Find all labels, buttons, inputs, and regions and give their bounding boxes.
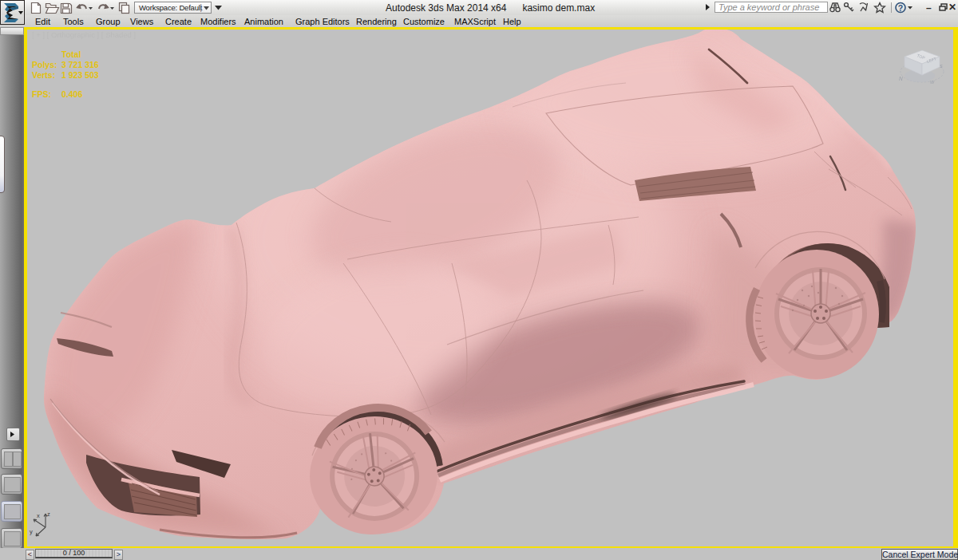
svg-text:FPS:: FPS: (32, 89, 51, 99)
svg-text:?: ? (898, 3, 903, 13)
svg-text:[ + ] [ Orthographic ] [ Shade: [ + ] [ Orthographic ] [ Shaded ] (32, 30, 136, 39)
svg-text:1 923 503: 1 923 503 (61, 70, 99, 80)
svg-text:3 721 316: 3 721 316 (61, 60, 99, 69)
svg-text:W: W (930, 80, 935, 85)
svg-text:0.406: 0.406 (61, 89, 82, 99)
svg-text:Polys:: Polys: (32, 60, 57, 69)
svg-text:S: S (940, 64, 943, 69)
svg-text:Total: Total (61, 49, 81, 59)
svg-text:x: x (37, 512, 40, 519)
svg-text:Verts:: Verts: (32, 70, 55, 80)
svg-text:y: y (30, 528, 33, 535)
svg-text:N: N (899, 76, 903, 81)
svg-text:z: z (47, 511, 50, 518)
